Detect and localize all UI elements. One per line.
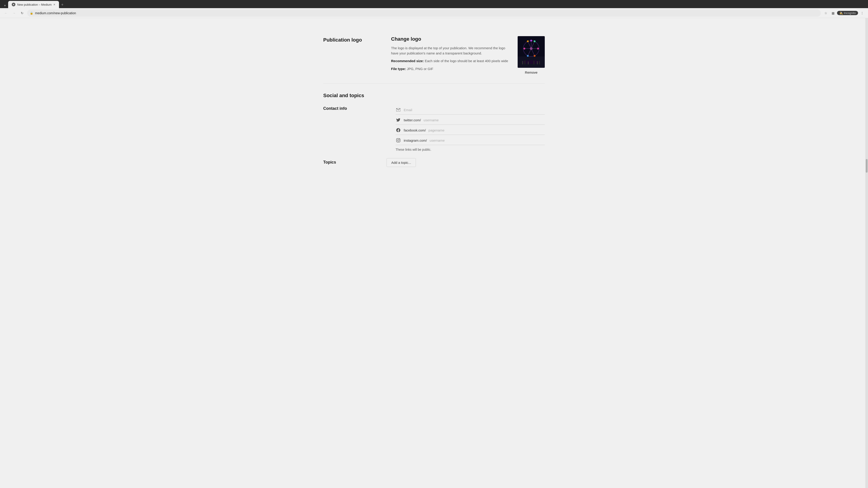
twitter-prefix: twitter.com/ xyxy=(404,118,421,122)
facebook-icon xyxy=(396,127,401,133)
section-label-logo: Publication logo xyxy=(323,36,386,74)
url-display: medium.com/new-publication xyxy=(35,11,818,15)
file-type: File type: JPG, PNG or GIF xyxy=(391,66,508,72)
facebook-field-row: facebook.com/ xyxy=(396,126,545,135)
logo-section-content: Change logo The logo is displayed at the… xyxy=(386,36,545,74)
svg-point-17 xyxy=(530,47,532,50)
twitter-field-row: twitter.com/ xyxy=(396,116,545,125)
logo-description: The logo is displayed at the top of your… xyxy=(391,46,508,56)
split-view-icon: ▦ xyxy=(832,11,835,15)
svg-rect-20 xyxy=(524,61,525,64)
twitter-icon xyxy=(396,117,401,123)
incognito-icon: 🕵 xyxy=(839,11,843,15)
email-input[interactable] xyxy=(404,108,545,112)
split-view-button[interactable]: ▦ xyxy=(830,10,836,16)
tab-close-button[interactable]: × xyxy=(53,3,55,6)
new-tab-button[interactable]: + xyxy=(59,2,66,8)
recommended-size-label: Recommended size: xyxy=(391,59,424,63)
email-field-row xyxy=(396,105,545,115)
active-tab[interactable]: New publication – Medium × xyxy=(8,1,59,8)
star-icon: ☆ xyxy=(825,11,827,15)
contact-info-label: Contact info xyxy=(323,105,386,151)
instagram-field-row: instagram.com/ xyxy=(396,136,545,145)
forward-button[interactable]: → xyxy=(11,10,17,16)
topics-label: Topics xyxy=(323,158,386,167)
email-icon xyxy=(396,107,401,112)
tab-strip: ▼ New publication – Medium × + xyxy=(0,0,868,8)
facebook-input[interactable] xyxy=(429,128,545,132)
file-type-value: JPG, PNG or GIF xyxy=(407,67,433,71)
svg-rect-22 xyxy=(533,61,534,64)
social-topics-section: Social and topics Contact info xyxy=(323,84,545,183)
links-note: These links will be public. xyxy=(396,148,545,151)
logo-image xyxy=(518,36,545,68)
menu-button[interactable]: ⋮ xyxy=(859,10,865,16)
back-button[interactable]: ← xyxy=(3,10,9,16)
instagram-icon xyxy=(396,138,401,143)
more-options-icon: ⋮ xyxy=(861,11,864,15)
change-logo-title: Change logo xyxy=(391,36,508,42)
topics-section: Topics Add a topic... xyxy=(323,151,545,174)
address-bar[interactable]: 🔒 medium.com/new-publication xyxy=(27,9,821,17)
back-arrow-icon: ← xyxy=(4,11,7,15)
refresh-button[interactable]: ↻ xyxy=(19,10,25,16)
forward-arrow-icon: → xyxy=(12,11,16,15)
instagram-prefix: instagram.com/ xyxy=(404,138,427,142)
remove-logo-button[interactable]: Remove xyxy=(525,70,537,74)
toolbar-actions: ☆ ▦ 🕵 Incognito ⋮ xyxy=(823,10,865,16)
page-content: Publication logo Change logo The logo is… xyxy=(0,18,868,488)
logo-section-inner: Change logo The logo is displayed at the… xyxy=(391,36,545,74)
logo-info: Change logo The logo is displayed at the… xyxy=(391,36,508,74)
tab-favicon xyxy=(12,3,16,6)
publication-logo-section: Publication logo Change logo The logo is… xyxy=(323,27,545,84)
bookmark-button[interactable]: ☆ xyxy=(823,10,829,16)
facebook-prefix: facebook.com/ xyxy=(404,128,426,132)
logo-preview: Remove xyxy=(518,36,545,74)
logo-image-svg xyxy=(518,36,545,68)
incognito-badge: 🕵 Incognito xyxy=(837,11,858,15)
scrollbar[interactable] xyxy=(865,18,868,488)
svg-rect-21 xyxy=(528,61,529,64)
twitter-input[interactable] xyxy=(424,118,545,122)
browser-toolbar: ← → ↻ 🔒 medium.com/new-publication ☆ ▦ 🕵… xyxy=(0,8,868,18)
add-topic-button[interactable]: Add a topic... xyxy=(386,158,416,167)
security-lock-icon: 🔒 xyxy=(30,11,33,15)
scrollbar-thumb[interactable] xyxy=(866,159,868,173)
instagram-input[interactable] xyxy=(430,138,545,142)
contact-fields: twitter.com/ facebook.com/ xyxy=(396,105,545,151)
incognito-label: Incognito xyxy=(844,11,856,15)
file-type-label: File type: xyxy=(391,67,406,71)
contact-info-row: Contact info xyxy=(323,105,545,151)
recommended-size-value: Each side of the logo should be at least… xyxy=(425,59,508,63)
content-wrapper: Publication logo Change logo The logo is… xyxy=(310,27,558,183)
svg-rect-24 xyxy=(539,61,540,64)
svg-rect-23 xyxy=(537,61,538,64)
refresh-icon: ↻ xyxy=(21,11,24,15)
svg-rect-19 xyxy=(522,61,523,64)
tab-title: New publication – Medium xyxy=(17,3,52,6)
browser-chrome: ▼ New publication – Medium × + ← → ↻ 🔒 m… xyxy=(0,0,868,18)
topics-content: Add a topic... xyxy=(386,158,545,167)
social-section-title: Social and topics xyxy=(323,93,545,98)
recommended-size: Recommended size: Each side of the logo … xyxy=(391,59,508,64)
tab-switcher-arrow[interactable]: ▼ xyxy=(2,3,8,8)
